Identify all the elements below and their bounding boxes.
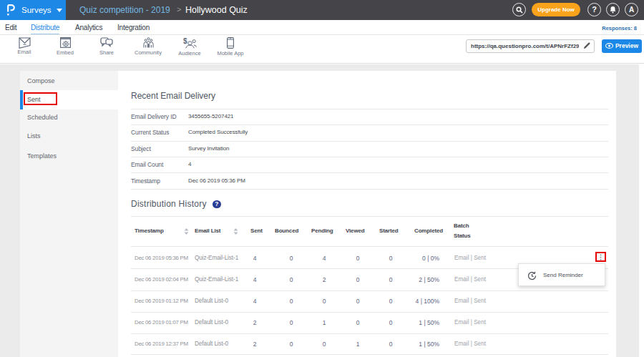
svg-text:$: $ — [183, 37, 187, 45]
